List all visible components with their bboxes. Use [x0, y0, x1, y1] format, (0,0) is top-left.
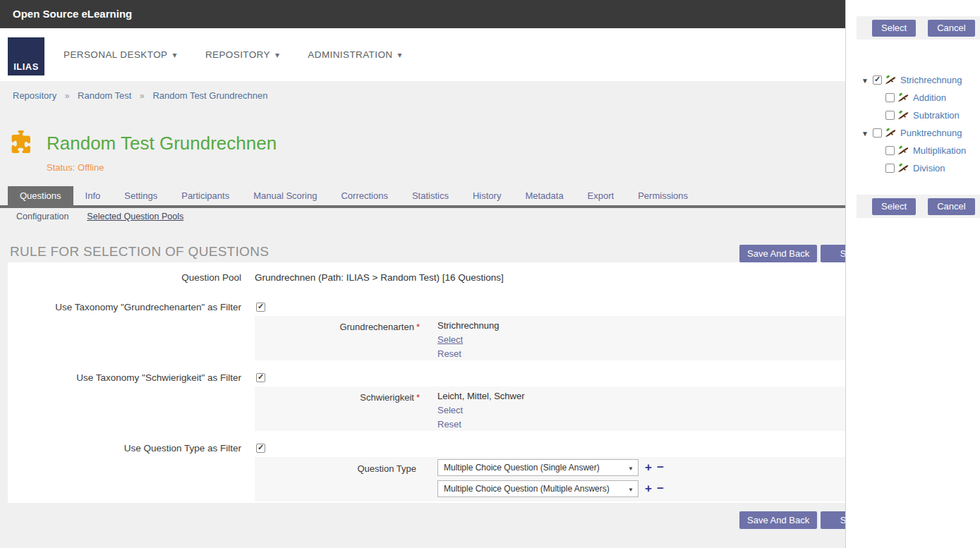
- tree-node-label[interactable]: Multiplikation: [913, 145, 966, 156]
- tree-node-strichrechnung: Strichrechnung: [861, 71, 962, 88]
- expand-triangle-icon[interactable]: [861, 126, 870, 139]
- taxonomy-node-icon: [897, 162, 909, 173]
- menu-label: REPOSITORY: [205, 49, 270, 60]
- taxonomy-node-icon: [885, 127, 896, 138]
- menu-label: ADMINISTRATION: [308, 49, 392, 60]
- use-question-type-checkbox[interactable]: [256, 444, 265, 453]
- use-taxonomy-schwierigkeit-label: Use Taxonomy "Schwierigkeit" as Filter: [8, 372, 241, 384]
- section-heading: RULE FOR SELECTION OF QUESTIONS: [10, 244, 269, 260]
- main-header: ILIAS PERSONAL DESKTOP REPOSITORY ADMINI…: [0, 28, 980, 81]
- remove-question-type-icon[interactable]: [657, 459, 664, 476]
- tree-node-multiplikation: Multiplikation: [885, 142, 966, 159]
- required-asterisk: *: [416, 322, 420, 332]
- use-taxonomy-grundrechenarten-label: Use Taxonomy "Grundrechenarten" as Filte…: [8, 302, 241, 313]
- field-label-text: Schwierigkeit: [360, 392, 414, 403]
- grundrechenarten-select-link[interactable]: Select: [437, 333, 499, 347]
- breadcrumb-link-repository[interactable]: Repository: [13, 90, 56, 101]
- tree-node-label[interactable]: Addition: [913, 92, 946, 103]
- use-question-type-label: Use Question Type as Filter: [8, 443, 241, 454]
- tab-statistics[interactable]: Statistics: [400, 186, 461, 205]
- schwierigkeit-field-label: Schwierigkeit*: [255, 386, 420, 431]
- tree-node-label[interactable]: Division: [913, 163, 945, 173]
- tab-history[interactable]: History: [461, 186, 513, 205]
- rule-form: Question Pool Grundrechnen (Path: ILIAS …: [8, 262, 980, 503]
- tree-node-subtraktion: Subtraktion: [885, 106, 960, 123]
- question-type-select-2[interactable]: Multiple Choice Question (Multiple Answe…: [437, 480, 639, 497]
- tab-questions[interactable]: Questions: [8, 186, 73, 205]
- tab-export[interactable]: Export: [576, 186, 627, 205]
- taxonomy-node-icon: [897, 109, 909, 121]
- chevron-down-icon: [275, 49, 279, 60]
- tab-participants[interactable]: Participants: [169, 186, 241, 205]
- breadcrumb-separator: »: [65, 91, 70, 101]
- breadcrumb-link-current[interactable]: Random Test Grundrechnen: [152, 90, 267, 101]
- question-pool-label: Question Pool: [8, 272, 241, 284]
- tab-manual-scoring[interactable]: Manual Scoring: [241, 186, 329, 205]
- menu-administration[interactable]: ADMINISTRATION: [308, 49, 402, 60]
- save-and-back-button[interactable]: Save And Back: [739, 245, 817, 262]
- schwierigkeit-select-link[interactable]: Select: [437, 403, 525, 418]
- addition-checkbox[interactable]: [885, 93, 895, 102]
- expand-triangle-icon[interactable]: [861, 73, 870, 86]
- dropdown-arrow-icon: [628, 460, 634, 476]
- menu-personal-desktop[interactable]: PERSONAL DESKTOP: [63, 49, 177, 60]
- taxonomy-selection-panel: Select Cancel Strichrechnung Addition Su…: [845, 0, 980, 548]
- ilias-logo[interactable]: ILIAS: [8, 37, 44, 75]
- tab-metadata[interactable]: Metadata: [513, 186, 575, 205]
- punktrechnung-checkbox[interactable]: [873, 128, 882, 138]
- app-window: Open Source eLearning ILIAS PERSONAL DES…: [0, 0, 980, 548]
- taxonomy-selection-value: Leicht, Mittel, Schwer: [437, 389, 525, 403]
- grundrechenarten-reset-link[interactable]: Reset: [437, 347, 499, 361]
- taxonomy-node-icon: [897, 145, 909, 156]
- subtab-configuration[interactable]: Configuration: [16, 212, 68, 221]
- selected-option: Multiple Choice Question (Multiple Answe…: [444, 484, 610, 494]
- selected-option: Multiple Choice Question (Single Answer): [444, 463, 600, 473]
- panel-cancel-button[interactable]: Cancel: [928, 20, 974, 37]
- add-question-type-icon[interactable]: [645, 459, 652, 476]
- question-type-field-value: Multiple Choice Question (Single Answer)…: [437, 457, 664, 501]
- tab-permissions[interactable]: Permissions: [626, 186, 700, 205]
- use-taxonomy-grundrechenarten-checkbox[interactable]: [256, 303, 265, 312]
- tab-info[interactable]: Info: [73, 186, 113, 205]
- tree-node-label[interactable]: Punktrechnung: [900, 128, 962, 138]
- subtab-selected-question-pools[interactable]: Selected Question Pools: [87, 212, 183, 221]
- breadcrumb-link-random-test[interactable]: Random Test: [78, 90, 131, 101]
- status-badge: Status: Offline: [47, 162, 104, 173]
- taxonomy-node-icon: [897, 92, 909, 103]
- ilias-logo-text: ILIAS: [13, 61, 39, 72]
- subtab-bar: Configuration Selected Question Pools: [16, 212, 183, 221]
- panel-select-button[interactable]: Select: [872, 20, 916, 37]
- use-taxonomy-schwierigkeit-checkbox[interactable]: [256, 373, 265, 382]
- tab-settings[interactable]: Settings: [112, 186, 169, 205]
- client-title: Open Source eLearning: [13, 8, 132, 20]
- tab-corrections[interactable]: Corrections: [329, 186, 399, 205]
- question-type-field-label: Question Type: [255, 457, 416, 501]
- field-label-text: Question Type: [357, 463, 416, 474]
- tab-bar: Questions Info Settings Participants Man…: [8, 186, 700, 205]
- breadcrumb: Repository » Random Test » Random Test G…: [13, 90, 267, 101]
- tree-node-division: Division: [885, 159, 945, 176]
- chevron-down-icon: [172, 49, 176, 60]
- taxonomy-selection-value: Strichrechnung: [437, 319, 499, 333]
- question-type-select-1[interactable]: Multiple Choice Question (Single Answer): [437, 459, 639, 476]
- multiplikation-checkbox[interactable]: [885, 146, 895, 155]
- tree-node-label[interactable]: Strichrechnung: [900, 75, 962, 85]
- tree-node-punktrechnung: Punktrechnung: [861, 124, 962, 141]
- add-question-type-icon[interactable]: [645, 480, 652, 497]
- schwierigkeit-field-value: Leicht, Mittel, Schwer Select Reset: [437, 386, 525, 431]
- subtraktion-checkbox[interactable]: [885, 111, 895, 120]
- question-type-row: Multiple Choice Question (Single Answer): [437, 459, 664, 476]
- remove-question-type-icon[interactable]: [657, 480, 664, 497]
- panel-select-button[interactable]: Select: [872, 198, 916, 215]
- division-checkbox[interactable]: [885, 164, 895, 173]
- menu-repository[interactable]: REPOSITORY: [205, 49, 279, 60]
- grundrechenarten-field-value: Strichrechnung Select Reset: [437, 316, 499, 360]
- page-title: Random Test Grundrechnen: [47, 133, 277, 154]
- tree-node-label[interactable]: Subtraktion: [913, 110, 960, 121]
- field-label-text: Grundrechenarten: [339, 322, 414, 332]
- save-and-back-button[interactable]: Save And Back: [739, 511, 817, 529]
- panel-cancel-button[interactable]: Cancel: [928, 198, 974, 215]
- chevron-down-icon: [397, 49, 401, 60]
- schwierigkeit-reset-link[interactable]: Reset: [437, 418, 525, 432]
- strichrechnung-checkbox[interactable]: [873, 75, 882, 85]
